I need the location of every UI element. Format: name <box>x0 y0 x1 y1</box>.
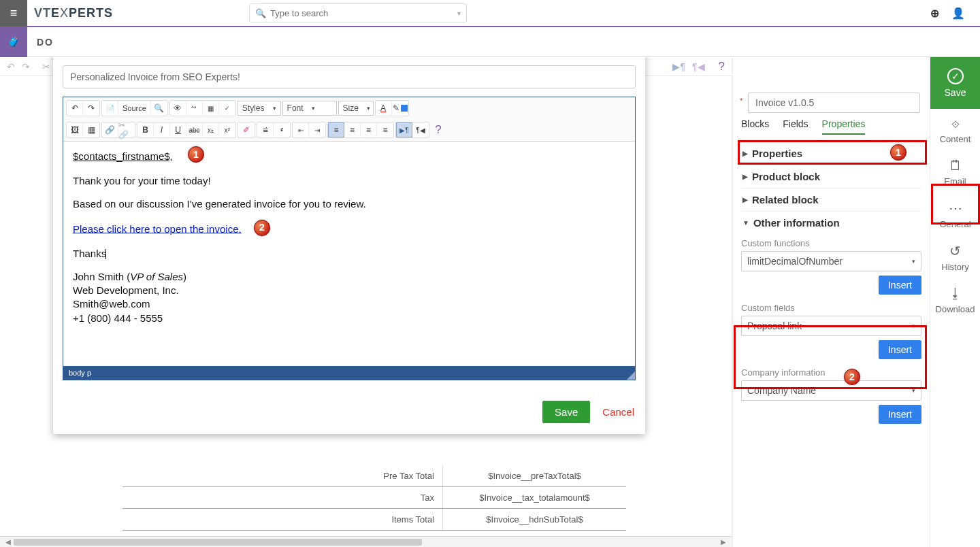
help-icon[interactable]: ? <box>719 60 725 73</box>
rtl-icon[interactable]: ¶◀ <box>412 122 429 137</box>
strike-icon[interactable]: abc <box>186 122 203 137</box>
bold-icon[interactable]: B <box>137 122 154 137</box>
download-icon: ⭳ <box>949 286 962 301</box>
horizontal-scrollbar[interactable]: ◀▶ <box>0 536 732 547</box>
sig-name: John Smith <box>73 271 127 282</box>
callout-2: 2 <box>844 369 860 385</box>
editor-help-icon[interactable]: ? <box>430 122 446 137</box>
subject-input[interactable] <box>63 65 636 88</box>
section-other-information[interactable]: ▼Other information <box>741 211 921 234</box>
undo-icon[interactable]: ↶ <box>67 101 83 116</box>
table-row: Tax$Invoice__tax_totalamount$ <box>122 487 626 509</box>
chevron-down-icon[interactable]: ▾ <box>457 10 461 17</box>
invoice-link[interactable]: Please click here to open the invoice. <box>73 222 242 234</box>
tab-fields[interactable]: Fields <box>783 118 808 135</box>
size-select[interactable]: Size▾ <box>338 101 374 116</box>
table-icon[interactable]: ▦ <box>83 122 99 137</box>
align-center-icon[interactable]: ≡ <box>344 122 361 137</box>
callout-box-3 <box>931 184 980 225</box>
table-row: Pre Tax Total$Invoice__preTaxTotal$ <box>122 465 626 487</box>
custom-functions-select[interactable]: limitDecimalOfNumber▾ <box>741 251 921 271</box>
outdent-icon[interactable]: ⇤ <box>293 122 309 137</box>
search-input[interactable] <box>270 8 457 18</box>
sig-email: Smith@web.com <box>73 297 625 311</box>
spell-icon[interactable]: ✓ <box>219 101 235 116</box>
subscript-icon[interactable]: x₂ <box>203 122 219 137</box>
content-tab[interactable]: ⟐Content <box>930 109 980 151</box>
custom-functions-label: Custom functions <box>741 238 921 248</box>
para-rtl-icon[interactable]: ¶◀ <box>692 61 705 72</box>
redo-icon[interactable]: ↷ <box>22 61 30 72</box>
callout-1: 1 <box>890 144 906 161</box>
unlink-icon[interactable]: ✂🔗 <box>118 122 135 137</box>
save-button[interactable]: Save <box>542 401 590 423</box>
history-icon: ↺ <box>949 243 961 259</box>
logo: VTEXPERTS <box>27 6 120 20</box>
undo-icon[interactable]: ↶ <box>7 61 15 72</box>
sig-title: VP of Sales <box>130 271 183 282</box>
redo-icon[interactable]: ↷ <box>83 101 99 116</box>
history-tab[interactable]: ↺History <box>930 236 980 279</box>
styles-select[interactable]: Styles▾ <box>238 101 281 116</box>
image-icon[interactable]: 🖼 <box>67 122 83 137</box>
hamburger-menu[interactable]: ≡ <box>0 0 27 27</box>
custom-fields-label: Custom fields <box>741 303 921 313</box>
text-color-icon[interactable]: A <box>376 101 392 116</box>
replace-icon[interactable]: ᴬᵃ <box>186 101 203 116</box>
plus-icon[interactable]: ⊕ <box>930 7 939 20</box>
template-name-input[interactable]: Invoice v1.0.5 <box>748 93 920 113</box>
download-tab[interactable]: ⭳Download <box>930 279 980 321</box>
merge-field-greeting: $contacts_firstname$, <box>73 150 173 162</box>
cut-icon[interactable]: ✂ <box>42 61 50 72</box>
selectall-icon[interactable]: ▦ <box>203 101 219 116</box>
font-select[interactable]: Font▾ <box>282 101 337 116</box>
section-product-block[interactable]: ▶Product block <box>741 165 921 188</box>
content-icon: ⟐ <box>951 116 960 131</box>
link-icon[interactable]: 🔗 <box>102 122 118 137</box>
insert-company-button[interactable]: Insert <box>879 405 921 424</box>
callout-2: 2 <box>254 220 270 236</box>
sig-company: Web Development, Inc. <box>73 284 625 297</box>
document-breadcrumb: DO <box>27 37 54 48</box>
tab-blocks[interactable]: Blocks <box>741 118 769 135</box>
section-related-block[interactable]: ▶Related block <box>741 188 921 211</box>
source-button[interactable]: Source <box>118 101 151 116</box>
user-icon[interactable]: 👤 <box>951 7 965 20</box>
indent-icon[interactable]: ⇥ <box>309 122 325 137</box>
align-left-icon[interactable]: ≡ <box>328 122 344 137</box>
list-num-icon[interactable]: ≡̇ <box>257 122 274 137</box>
module-icon[interactable]: 🧳 <box>0 27 27 57</box>
editor-line: Based on our discussion I've generated i… <box>73 197 625 211</box>
editor-body[interactable]: $contacts_firstname$, 1 Thank you for yo… <box>63 142 635 366</box>
insert-function-button[interactable]: Insert <box>879 276 921 295</box>
cancel-button[interactable]: Cancel <box>602 406 634 418</box>
para-ltr-icon[interactable]: ▶¶ <box>672 61 685 72</box>
align-justify-icon[interactable]: ≡ <box>377 122 393 137</box>
editor-line: Thanks <box>73 248 106 259</box>
table-row: Items Total$Invoice__hdnSubTotal$ <box>122 509 626 531</box>
editor-path: body p <box>63 366 635 380</box>
ltr-icon[interactable]: ▶¶ <box>396 122 412 137</box>
removeformat-icon[interactable]: ✐ <box>238 122 255 137</box>
find-icon[interactable]: 👁 <box>170 101 186 116</box>
global-search[interactable]: 🔍 ▾ <box>249 3 467 22</box>
list-bul-icon[interactable]: •̄ <box>274 122 290 137</box>
preview-icon[interactable]: 🔍 <box>151 101 167 116</box>
underline-icon[interactable]: U <box>170 122 186 137</box>
callout-box-2 <box>734 325 927 389</box>
italic-icon[interactable]: I <box>154 122 170 137</box>
email-template-dialog: Email Template ✕ ↶↷ 📄Source🔍 👁ᴬᵃ▦✓ Style… <box>53 57 645 434</box>
sig-phone: +1 (800) 444 - 5555 <box>73 312 625 325</box>
align-right-icon[interactable]: ≡ <box>361 122 377 137</box>
bg-color-icon[interactable]: ✎ <box>392 101 408 116</box>
tab-properties[interactable]: Properties <box>822 118 866 135</box>
callout-1: 1 <box>188 146 204 163</box>
required-asterisk: * <box>740 97 742 105</box>
editor-line: Thank you for your time today! <box>73 174 625 188</box>
save-tab[interactable]: ✓Save <box>930 57 980 109</box>
search-icon: 🔍 <box>255 8 266 18</box>
superscript-icon[interactable]: x² <box>219 122 235 137</box>
source-icon[interactable]: 📄 <box>102 101 118 116</box>
email-icon: 🗒 <box>949 158 962 173</box>
